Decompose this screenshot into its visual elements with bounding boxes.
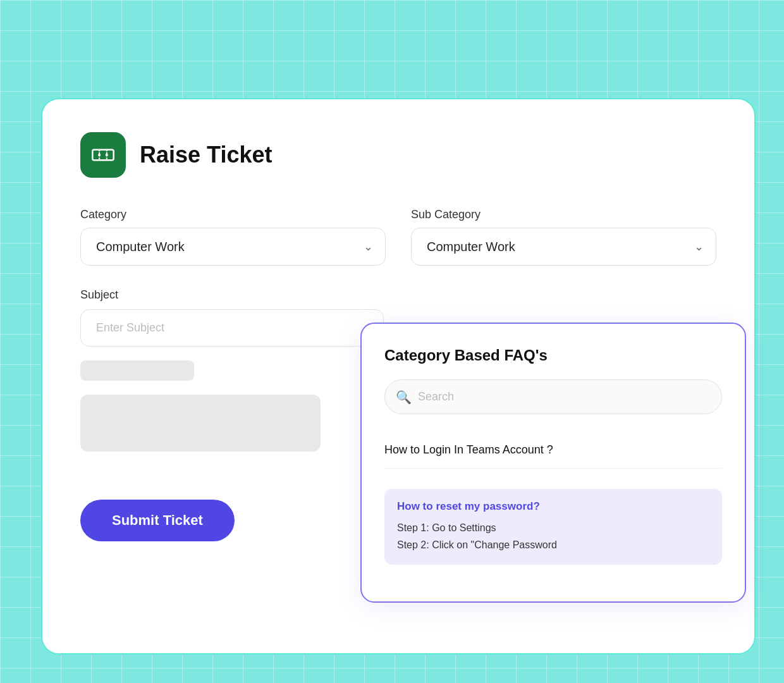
category-select-wrapper: Computer Work ⌄ <box>80 228 386 266</box>
subcategory-group: Sub Category Computer Work ⌄ <box>411 208 716 266</box>
header-row: Raise Ticket <box>80 132 716 178</box>
skeleton-long <box>80 395 321 452</box>
subject-input[interactable] <box>80 309 384 347</box>
subcategory-select-wrapper: Computer Work ⌄ <box>411 228 716 266</box>
subject-label: Subject <box>80 288 118 302</box>
faq-item-2[interactable]: How to reset my password? Step 1: Go to … <box>384 469 722 576</box>
faq-item-2-expanded: How to reset my password? Step 1: Go to … <box>384 489 722 565</box>
faq-item-1[interactable]: How to Login In Teams Account ? <box>384 432 722 469</box>
submit-ticket-button[interactable]: Submit Ticket <box>80 500 235 541</box>
faq-item-2-title: How to reset my password? <box>397 500 709 513</box>
ticket-icon <box>90 142 116 168</box>
faq-search-input[interactable] <box>384 379 722 414</box>
svg-point-3 <box>98 154 101 156</box>
category-row: Category Computer Work ⌄ Sub Category Co… <box>80 208 716 266</box>
skeleton-short <box>80 360 194 381</box>
faq-item-1-title: How to Login In Teams Account ? <box>384 443 722 457</box>
category-group: Category Computer Work ⌄ <box>80 208 386 266</box>
subcategory-label: Sub Category <box>411 208 716 221</box>
faq-panel: Category Based FAQ's 🔍 How to Login In T… <box>360 323 746 603</box>
faq-item-2-step2: Step 2: Click on "Change Password <box>397 536 709 553</box>
ticket-icon-wrap <box>80 132 126 178</box>
faq-search-wrap: 🔍 <box>384 379 722 414</box>
page-title: Raise Ticket <box>140 142 272 168</box>
svg-point-4 <box>106 154 108 156</box>
category-label: Category <box>80 208 386 221</box>
subcategory-select[interactable]: Computer Work <box>411 228 716 266</box>
category-select[interactable]: Computer Work <box>80 228 386 266</box>
faq-item-2-step1: Step 1: Go to Settings <box>397 519 709 536</box>
subject-row: Subject <box>80 288 384 452</box>
svg-rect-0 <box>92 150 113 161</box>
search-icon: 🔍 <box>396 390 412 405</box>
faq-title: Category Based FAQ's <box>384 347 722 364</box>
